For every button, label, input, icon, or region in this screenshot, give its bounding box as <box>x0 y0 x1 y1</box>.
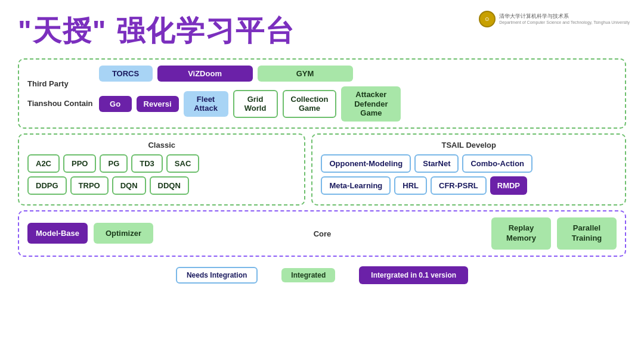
chip-go: Go <box>99 96 132 112</box>
chip-optimizer: Optimizer <box>94 223 153 244</box>
chip-opponent-modeling: Opponent-Modeling <box>321 154 411 173</box>
third-party-label: Third Party <box>27 79 93 88</box>
tsail-row1: Opponent-Modeling StarNet Combo-Action <box>321 154 617 173</box>
chip-model-base: Model-Base <box>27 223 88 244</box>
env-labels: Third Party Tianshou Contain <box>27 79 99 108</box>
classic-box: Classic A2C PPO PG TD3 SAC DDPG TRPO DQN… <box>18 133 305 206</box>
chip-cfr-psrl: CFR-PSRL <box>431 176 487 195</box>
core-label: Core <box>159 228 485 239</box>
env-section-box: Third Party Tianshou Contain TORCS ViZDo… <box>18 58 626 129</box>
classic-title: Classic <box>27 141 296 150</box>
tianshou-row: Go Reversi FleetAttack GridWorld Collect… <box>99 86 617 122</box>
chip-torcs: TORCS <box>99 66 153 82</box>
chip-gym: GYM <box>258 66 353 82</box>
core-box: Model-Base Optimizer Core ReplayMemory P… <box>18 210 626 257</box>
legend-integrated-chip: Integrated <box>281 268 335 282</box>
core-section: Model-Base Optimizer Core ReplayMemory P… <box>27 217 617 250</box>
tsail-title: TSAIL Develop <box>321 141 617 150</box>
classic-row1: A2C PPO PG TD3 SAC <box>27 154 296 173</box>
env-section: Third Party Tianshou Contain TORCS ViZDo… <box>27 66 617 122</box>
chip-collection-game: CollectionGame <box>283 90 337 118</box>
middle-section: Classic A2C PPO PG TD3 SAC DDPG TRPO DQN… <box>18 133 626 206</box>
chip-rmdp: RMDP <box>490 176 527 195</box>
tsail-row2: Meta-Learning HRL CFR-PSRL RMDP <box>321 176 617 195</box>
third-party-row: TORCS ViZDoom GYM <box>99 66 617 82</box>
chip-a2c: A2C <box>27 154 60 173</box>
slide: ⊙ 清华大学计算机科学与技术系 Department of Computer S… <box>0 0 644 361</box>
chip-ddqn: DDQN <box>150 176 189 195</box>
chip-vizdoom: ViZDoom <box>157 66 253 82</box>
main-content: Third Party Tianshou Contain TORCS ViZDo… <box>18 58 626 284</box>
legend-needs-integration: Needs Integration <box>176 267 258 284</box>
chip-combo-action: Combo-Action <box>462 154 532 173</box>
logo: ⊙ 清华大学计算机科学与技术系 Department of Computer S… <box>479 11 630 27</box>
tianshou-label: Tianshou Contain <box>27 99 93 108</box>
legend-section: Needs Integration Integrated Intergrated… <box>18 266 626 284</box>
chip-sac: SAC <box>166 154 199 173</box>
env-rows: TORCS ViZDoom GYM Go Reversi FleetAttack… <box>99 66 617 122</box>
chip-hrl: HRL <box>394 176 427 195</box>
chip-dqn: DQN <box>112 176 146 195</box>
legend-integrated-version: Intergrated in 0.1 version <box>359 266 468 284</box>
chip-replay-memory: ReplayMemory <box>491 217 551 250</box>
chip-trpo: TRPO <box>70 176 109 195</box>
chip-meta-learning: Meta-Learning <box>321 176 391 195</box>
legend-integrated-version-chip: Intergrated in 0.1 version <box>359 266 468 284</box>
chip-ddpg: DDPG <box>27 176 67 195</box>
chip-grid-world: GridWorld <box>233 90 278 118</box>
logo-text: 清华大学计算机科学与技术系 Department of Computer Sci… <box>499 13 630 26</box>
chip-ppo: PPO <box>63 154 96 173</box>
chip-td3: TD3 <box>131 154 163 173</box>
legend-integrated: Integrated <box>281 268 335 282</box>
chip-starnet: StarNet <box>414 154 459 173</box>
chip-parallel-training: ParallelTraining <box>557 217 617 250</box>
chip-reversi: Reversi <box>137 96 179 112</box>
classic-row2: DDPG TRPO DQN DDQN <box>27 176 296 195</box>
chip-attacker-defender: AttackerDefenderGame <box>341 86 401 122</box>
chip-fleet-attack: FleetAttack <box>184 91 228 117</box>
logo-circle: ⊙ <box>479 11 496 27</box>
legend-needs-integration-chip: Needs Integration <box>176 267 258 284</box>
tsail-box: TSAIL Develop Opponent-Modeling StarNet … <box>311 133 626 206</box>
chip-pg: PG <box>100 154 128 173</box>
